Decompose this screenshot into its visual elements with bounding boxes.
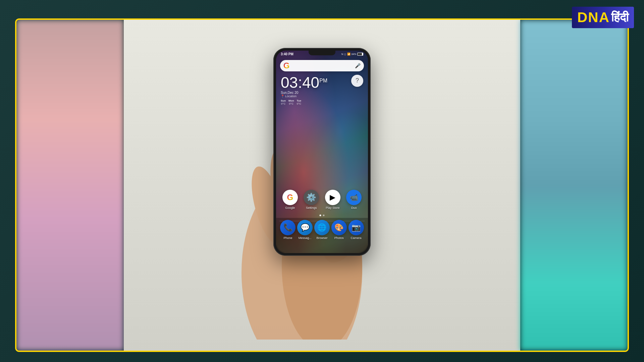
- battery-text: 84%: [352, 53, 356, 55]
- google-app-label: Google: [285, 206, 295, 209]
- google-app-icon[interactable]: G: [282, 190, 298, 205]
- messages-chat-icon: 💬: [301, 223, 310, 232]
- clock-left: 03:40PM Sun,Dec 20 📍 Location: [281, 75, 327, 105]
- weather-sun: Sun 0°C: [281, 99, 286, 105]
- duo-app-icon[interactable]: 📹: [346, 190, 362, 205]
- settings-app-label: Settings: [306, 206, 317, 209]
- left-blurred-panel: [16, 20, 124, 351]
- page-dots: [320, 215, 325, 216]
- settings-app[interactable]: ⚙️ Settings: [304, 190, 319, 209]
- playstore-app-icon[interactable]: ▶: [325, 190, 340, 205]
- clock-digits: 03:40: [281, 74, 319, 91]
- phone-app-icon[interactable]: 📞: [280, 220, 296, 235]
- phone-handset-icon: 📞: [283, 223, 292, 232]
- clock-time: 03:40PM: [281, 75, 327, 90]
- center-panel: 3:40 PM N ◻ 📶 84%: [124, 20, 520, 351]
- google-icon-letter: G: [287, 193, 293, 202]
- browser-app-label: Browser: [316, 236, 327, 240]
- dock-row: 📞 Phone 💬 Messag...: [276, 220, 368, 240]
- data-icon: ◻: [344, 53, 346, 56]
- status-time: 3:40 PM: [281, 52, 293, 56]
- clock-period: PM: [319, 77, 327, 83]
- phone-inner: 3:40 PM N ◻ 📶 84%: [276, 51, 368, 253]
- yellow-border: 3:40 PM N ◻ 📶 84%: [15, 18, 629, 352]
- clock-location: 📍 Location: [281, 95, 327, 98]
- hindi-text: हिंदी: [611, 10, 629, 24]
- camera-lens-icon: 📷: [352, 223, 361, 232]
- browser-globe-icon: 🌐: [317, 223, 326, 232]
- weather-tue: Tue 0°C: [297, 99, 302, 105]
- phone-screen: 3:40 PM N ◻ 📶 84%: [276, 51, 368, 253]
- settings-app-icon[interactable]: ⚙️: [304, 190, 319, 205]
- weather-mon: Mon 0°C: [288, 99, 294, 105]
- camera-app[interactable]: 📷 Camera: [348, 220, 364, 240]
- phone-outer: 3:40 PM N ◻ 📶 84%: [273, 48, 371, 256]
- network-icon: N: [341, 53, 343, 55]
- page-dot-1: [320, 215, 321, 216]
- camera-app-label: Camera: [351, 236, 362, 240]
- browser-app-icon[interactable]: 🌐: [314, 220, 330, 235]
- photos-pinwheel-icon: 🎨: [334, 223, 343, 232]
- messages-app-label: Messag...: [299, 236, 312, 240]
- photos-app-label: Photos: [334, 236, 344, 240]
- location-text: Location: [285, 95, 297, 98]
- phone-app[interactable]: 📞 Phone: [280, 220, 296, 240]
- messages-app-icon[interactable]: 💬: [297, 220, 313, 235]
- messages-app[interactable]: 💬 Messag...: [297, 220, 313, 240]
- wifi-icon: 📶: [347, 53, 351, 56]
- status-icons: N ◻ 📶 84%: [341, 53, 363, 56]
- mic-icon[interactable]: 🎤: [355, 63, 361, 68]
- camera-app-icon[interactable]: 📷: [348, 220, 364, 235]
- battery-icon: [357, 53, 363, 56]
- playstore-app[interactable]: ▶ Play Store: [325, 190, 340, 209]
- right-blurred-panel: [520, 20, 628, 351]
- playstore-app-label: Play Store: [326, 206, 340, 209]
- dna-hindi-logo: DNA हिंदी: [572, 7, 634, 28]
- page-dot-2: [323, 215, 325, 216]
- weather-days: Sun 0°C Mon 0°C: [281, 99, 327, 105]
- outer-frame: 3:40 PM N ◻ 📶 84%: [0, 0, 644, 362]
- settings-gear-icon: ⚙️: [306, 193, 316, 202]
- location-pin: 📍: [281, 95, 284, 98]
- duo-app[interactable]: 📹 Duo: [346, 190, 362, 209]
- duo-app-label: Duo: [351, 206, 357, 209]
- google-g-icon: G: [283, 63, 289, 69]
- browser-app[interactable]: 🌐 Browser: [314, 220, 330, 240]
- google-app[interactable]: G Google: [282, 190, 298, 209]
- google-letter: G: [283, 61, 290, 70]
- content-area: 3:40 PM N ◻ 📶 84%: [16, 20, 628, 351]
- photos-app[interactable]: 🎨 Photos: [331, 220, 347, 240]
- clock-widget: 03:40PM Sun,Dec 20 📍 Location: [281, 75, 363, 105]
- photos-app-icon[interactable]: 🎨: [331, 220, 347, 235]
- clock-date: Sun,Dec 20: [281, 91, 327, 95]
- search-bar[interactable]: G 🎤: [280, 60, 364, 71]
- dna-text: DNA: [577, 9, 610, 25]
- duo-video-icon: 📹: [350, 193, 358, 201]
- playstore-triangle-icon: ▶: [330, 193, 335, 202]
- phone-app-label: Phone: [283, 236, 292, 240]
- notch: [309, 51, 335, 55]
- app-row-1: G Google ⚙️ Settings: [276, 190, 368, 209]
- help-button[interactable]: ?: [351, 75, 363, 87]
- hand-phone-container: 3:40 PM N ◻ 📶 84%: [238, 31, 406, 340]
